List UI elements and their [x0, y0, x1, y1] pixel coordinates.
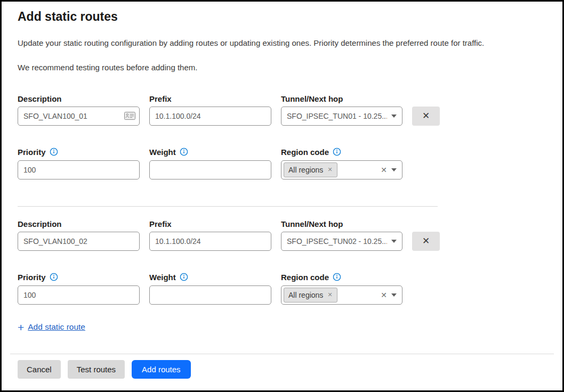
info-icon[interactable]	[50, 148, 58, 156]
plus-icon: +	[18, 322, 24, 333]
entry-divider	[18, 206, 438, 207]
weight-input[interactable]	[149, 160, 271, 179]
info-icon[interactable]	[50, 273, 58, 281]
tunnel-next-hop-select[interactable]: SFO_IPSEC_TUN02 - 10.25...	[281, 232, 402, 251]
add-static-route-link[interactable]: Add static route	[28, 322, 85, 332]
chevron-down-icon	[391, 168, 397, 172]
add-static-route-row: + Add static route	[18, 322, 546, 333]
weight-input[interactable]	[149, 285, 271, 305]
description-label: Description	[18, 219, 140, 228]
region-tag-label: All regions	[288, 166, 323, 174]
page-title: Add static routes	[18, 10, 546, 24]
intro-text-line2: We recommend testing routes before addin…	[18, 63, 546, 73]
priority-input[interactable]	[18, 285, 140, 305]
route-entry-1: Description Prefix Tunnel/Next hop	[18, 94, 546, 179]
region-tag: All regions ✕	[284, 288, 337, 303]
clear-selection-icon[interactable]: ✕	[381, 166, 387, 174]
region-tag-label: All regions	[288, 291, 323, 299]
info-icon[interactable]	[333, 148, 341, 156]
prefix-label: Prefix	[149, 219, 271, 228]
weight-label: Weight	[149, 273, 271, 282]
contact-card-icon[interactable]	[124, 112, 135, 120]
add-static-routes-dialog: Add static routes Update your static rou…	[0, 0, 564, 392]
route-entry-2: Description Prefix Tunnel/Next hop SFO_I…	[18, 219, 546, 305]
region-code-multiselect[interactable]: All regions ✕ ✕	[281, 160, 402, 179]
priority-label: Priority	[18, 273, 140, 282]
chevron-down-icon	[391, 293, 397, 297]
intro-text-line1: Update your static routing configuration…	[18, 38, 546, 48]
description-input[interactable]	[18, 232, 140, 251]
description-input[interactable]	[18, 107, 140, 126]
weight-label: Weight	[149, 148, 271, 157]
info-icon[interactable]	[180, 273, 188, 281]
remove-route-button[interactable]: ✕	[412, 107, 440, 126]
remove-route-button[interactable]: ✕	[412, 232, 440, 251]
region-tag: All regions ✕	[284, 162, 337, 177]
priority-label: Priority	[18, 148, 140, 157]
region-code-label: Region code	[281, 273, 402, 282]
prefix-label: Prefix	[149, 94, 271, 103]
info-icon[interactable]	[180, 148, 188, 156]
cancel-button[interactable]: Cancel	[18, 360, 61, 379]
region-code-label: Region code	[281, 148, 402, 157]
region-code-multiselect[interactable]: All regions ✕ ✕	[281, 285, 402, 305]
tunnel-next-hop-select[interactable]: SFO_IPSEC_TUN01 - 10.25...	[281, 107, 402, 126]
priority-input[interactable]	[18, 160, 140, 179]
prefix-input[interactable]	[149, 107, 271, 126]
test-routes-button[interactable]: Test routes	[68, 360, 125, 379]
description-label: Description	[18, 94, 140, 103]
tunnel-selected-value: SFO_IPSEC_TUN02 - 10.25...	[287, 237, 387, 246]
info-icon[interactable]	[333, 273, 341, 281]
tunnel-next-hop-label: Tunnel/Next hop	[281, 219, 402, 228]
routes-form: Description Prefix Tunnel/Next hop	[18, 94, 546, 333]
tag-remove-icon[interactable]: ✕	[327, 292, 332, 298]
add-routes-button[interactable]: Add routes	[132, 360, 191, 379]
clear-selection-icon[interactable]: ✕	[381, 291, 387, 299]
prefix-input[interactable]	[149, 232, 271, 251]
chevron-down-icon	[391, 240, 397, 243]
tunnel-selected-value: SFO_IPSEC_TUN01 - 10.25...	[287, 112, 387, 120]
dialog-footer: Cancel Test routes Add routes	[2, 354, 562, 379]
chevron-down-icon	[391, 115, 397, 118]
tag-remove-icon[interactable]: ✕	[327, 167, 332, 173]
tunnel-next-hop-label: Tunnel/Next hop	[281, 94, 402, 103]
